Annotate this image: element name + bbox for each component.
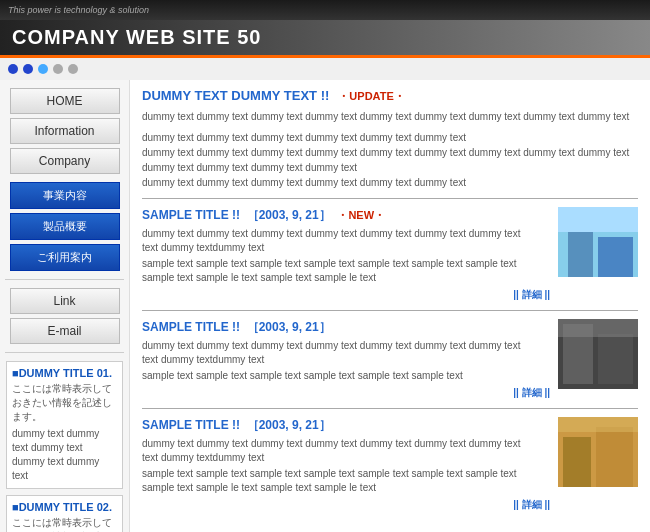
nav-dot — [38, 64, 48, 74]
news-text-0: dummy text dummy text dummy text dummy t… — [142, 227, 550, 255]
news-detail-1[interactable]: || 詳細 || — [142, 386, 550, 400]
nav-btn-link[interactable]: Link — [10, 288, 120, 314]
svg-rect-10 — [596, 427, 633, 487]
nav-btn-blue-製品概要[interactable]: 製品概要 — [10, 213, 120, 240]
svg-rect-2 — [598, 237, 633, 277]
nav-dot — [8, 64, 18, 74]
sidebar-box-dummy: dummy text dummy text dummy text dummy t… — [12, 427, 117, 483]
news-item: SAMPLE TITLE !! ［2003, 9, 21］ dummy text… — [142, 417, 638, 512]
nav-btn-information[interactable]: Information — [10, 118, 120, 144]
sidebar: HOMEInformationCompany 事業内容製品概要ご利用案内 Lin… — [0, 80, 130, 532]
news-sample-text-1: sample text sample text sample text samp… — [142, 369, 550, 383]
news-content-2: SAMPLE TITLE !! ［2003, 9, 21］ dummy text… — [142, 417, 550, 512]
nav-dot — [23, 64, 33, 74]
news-list: SAMPLE TITLE !! ［2003, 9, 21］ ・NEW・ dumm… — [142, 207, 638, 512]
news-text-1: dummy text dummy text dummy text dummy t… — [142, 339, 550, 367]
news-content-1: SAMPLE TITLE !! ［2003, 9, 21］ dummy text… — [142, 319, 550, 400]
dots-bar — [0, 58, 650, 80]
nav-dot — [53, 64, 63, 74]
main-para2: dummy text dummy text dummy text dummy t… — [142, 130, 638, 190]
nav-btn-e-mail[interactable]: E-mail — [10, 318, 120, 344]
nav-btn-blue-ご利用案内[interactable]: ご利用案内 — [10, 244, 120, 271]
news-detail-2[interactable]: || 詳細 || — [142, 498, 550, 512]
svg-rect-3 — [558, 207, 638, 232]
news-title-1: SAMPLE TITLE !! ［2003, 9, 21］ — [142, 319, 550, 336]
news-sample-text-0: sample text sample text sample text samp… — [142, 257, 550, 285]
main-nav: HOMEInformationCompany — [0, 88, 129, 174]
sidebar-box-title: ■DUMMY TITLE 01. — [12, 367, 117, 379]
svg-rect-6 — [598, 334, 633, 384]
title-bar: COMPANY WEB SITE 50 — [0, 20, 650, 58]
sidebar-box-title: ■DUMMY TITLE 02. — [12, 501, 117, 513]
main-para1: dummy text dummy text dummy text dummy t… — [142, 109, 638, 124]
bottom-nav: LinkE-mail — [0, 288, 129, 344]
nav-btn-blue-事業内容[interactable]: 事業内容 — [10, 182, 120, 209]
header-tagline-bar: This power is technology & solution — [0, 0, 650, 20]
layout: HOMEInformationCompany 事業内容製品概要ご利用案内 Lin… — [0, 80, 650, 532]
news-image-1 — [558, 319, 638, 389]
sidebar-box-2: ■DUMMY TITLE 02. ここには常時表示しておきたい情報を記述します。… — [6, 495, 123, 532]
news-image-0 — [558, 207, 638, 277]
news-item: SAMPLE TITLE !! ［2003, 9, 21］ dummy text… — [142, 319, 638, 400]
main-divider — [142, 198, 638, 199]
news-content-0: SAMPLE TITLE !! ［2003, 9, 21］ ・NEW・ dumm… — [142, 207, 550, 302]
nav-btn-company[interactable]: Company — [10, 148, 120, 174]
svg-rect-11 — [558, 417, 638, 432]
main-heading: DUMMY TEXT DUMMY TEXT !! — [142, 88, 329, 103]
news-detail-0[interactable]: || 詳細 || — [142, 288, 550, 302]
news-title-0: SAMPLE TITLE !! ［2003, 9, 21］ ・NEW・ — [142, 207, 550, 224]
news-title-2: SAMPLE TITLE !! ［2003, 9, 21］ — [142, 417, 550, 434]
site-title: COMPANY WEB SITE 50 — [12, 26, 261, 49]
nav-btn-home[interactable]: HOME — [10, 88, 120, 114]
svg-rect-9 — [563, 437, 591, 487]
news-item: SAMPLE TITLE !! ［2003, 9, 21］ ・NEW・ dumm… — [142, 207, 638, 302]
news-image-2 — [558, 417, 638, 487]
tagline: This power is technology & solution — [8, 5, 149, 15]
news-divider-1 — [142, 408, 638, 409]
news-sample-text-2: sample text sample text sample text samp… — [142, 467, 550, 495]
news-divider-0 — [142, 310, 638, 311]
sidebar-box-desc: ここには常時表示しておきたい情報を記述します。 — [12, 516, 117, 532]
main-header-section: DUMMY TEXT DUMMY TEXT !! ・UPDATE・ dummy … — [142, 88, 638, 190]
update-tag: ・UPDATE・ — [338, 90, 404, 102]
sidebar-divider-2 — [5, 352, 124, 353]
nav-dot — [68, 64, 78, 74]
blue-nav: 事業内容製品概要ご利用案内 — [0, 182, 129, 271]
svg-rect-1 — [568, 227, 593, 277]
sidebar-divider-1 — [5, 279, 124, 280]
main-content: DUMMY TEXT DUMMY TEXT !! ・UPDATE・ dummy … — [130, 80, 650, 532]
sidebar-boxes: ■DUMMY TITLE 01. ここには常時表示しておきたい情報を記述します。… — [0, 361, 129, 532]
new-tag-0: ・NEW・ — [337, 209, 385, 221]
news-text-2: dummy text dummy text dummy text dummy t… — [142, 437, 550, 465]
sidebar-box-desc: ここには常時表示しておきたい情報を記述します。 — [12, 382, 117, 424]
svg-rect-7 — [558, 319, 638, 337]
sidebar-box-1: ■DUMMY TITLE 01. ここには常時表示しておきたい情報を記述します。… — [6, 361, 123, 489]
